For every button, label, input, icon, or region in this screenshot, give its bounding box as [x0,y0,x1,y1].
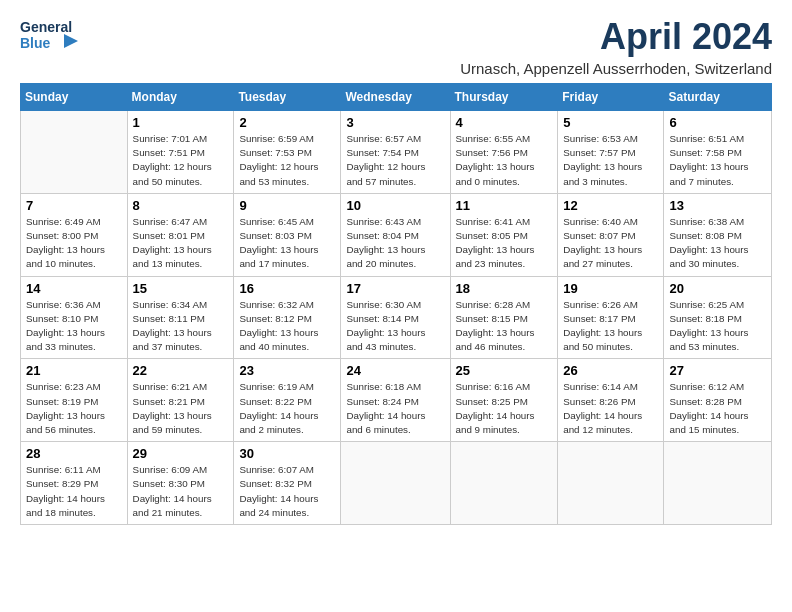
table-row: 11Sunrise: 6:41 AM Sunset: 8:05 PM Dayli… [450,193,558,276]
day-info: Sunrise: 6:34 AM Sunset: 8:11 PM Dayligh… [133,298,229,355]
table-row: 8Sunrise: 6:47 AM Sunset: 8:01 PM Daylig… [127,193,234,276]
day-number: 25 [456,363,553,378]
day-info: Sunrise: 6:55 AM Sunset: 7:56 PM Dayligh… [456,132,553,189]
day-number: 11 [456,198,553,213]
day-number: 10 [346,198,444,213]
day-info: Sunrise: 6:53 AM Sunset: 7:57 PM Dayligh… [563,132,658,189]
col-sunday: Sunday [21,84,128,111]
table-row [450,442,558,525]
month-title: April 2024 [460,16,772,58]
logo-icon: General Blue [20,16,82,58]
day-number: 2 [239,115,335,130]
day-info: Sunrise: 6:21 AM Sunset: 8:21 PM Dayligh… [133,380,229,437]
day-info: Sunrise: 6:32 AM Sunset: 8:12 PM Dayligh… [239,298,335,355]
day-info: Sunrise: 6:23 AM Sunset: 8:19 PM Dayligh… [26,380,122,437]
day-info: Sunrise: 6:45 AM Sunset: 8:03 PM Dayligh… [239,215,335,272]
table-row: 10Sunrise: 6:43 AM Sunset: 8:04 PM Dayli… [341,193,450,276]
day-info: Sunrise: 6:40 AM Sunset: 8:07 PM Dayligh… [563,215,658,272]
col-tuesday: Tuesday [234,84,341,111]
table-row: 12Sunrise: 6:40 AM Sunset: 8:07 PM Dayli… [558,193,664,276]
day-number: 3 [346,115,444,130]
table-row [664,442,772,525]
day-info: Sunrise: 7:01 AM Sunset: 7:51 PM Dayligh… [133,132,229,189]
day-number: 13 [669,198,766,213]
table-row: 2Sunrise: 6:59 AM Sunset: 7:53 PM Daylig… [234,111,341,194]
day-number: 1 [133,115,229,130]
table-row: 23Sunrise: 6:19 AM Sunset: 8:22 PM Dayli… [234,359,341,442]
day-number: 15 [133,281,229,296]
day-info: Sunrise: 6:19 AM Sunset: 8:22 PM Dayligh… [239,380,335,437]
table-row [21,111,128,194]
title-section: April 2024 Urnasch, Appenzell Ausserrhod… [460,16,772,77]
day-info: Sunrise: 6:41 AM Sunset: 8:05 PM Dayligh… [456,215,553,272]
day-info: Sunrise: 6:25 AM Sunset: 8:18 PM Dayligh… [669,298,766,355]
day-info: Sunrise: 6:07 AM Sunset: 8:32 PM Dayligh… [239,463,335,520]
table-row: 15Sunrise: 6:34 AM Sunset: 8:11 PM Dayli… [127,276,234,359]
day-number: 16 [239,281,335,296]
day-number: 12 [563,198,658,213]
calendar-week-row: 1Sunrise: 7:01 AM Sunset: 7:51 PM Daylig… [21,111,772,194]
page: General Blue April 2024 Urnasch, Appenze… [0,0,792,535]
day-info: Sunrise: 6:59 AM Sunset: 7:53 PM Dayligh… [239,132,335,189]
day-info: Sunrise: 6:18 AM Sunset: 8:24 PM Dayligh… [346,380,444,437]
col-wednesday: Wednesday [341,84,450,111]
calendar-header-row: Sunday Monday Tuesday Wednesday Thursday… [21,84,772,111]
table-row: 16Sunrise: 6:32 AM Sunset: 8:12 PM Dayli… [234,276,341,359]
svg-text:Blue: Blue [20,35,51,51]
calendar-week-row: 28Sunrise: 6:11 AM Sunset: 8:29 PM Dayli… [21,442,772,525]
day-number: 5 [563,115,658,130]
day-number: 18 [456,281,553,296]
table-row: 14Sunrise: 6:36 AM Sunset: 8:10 PM Dayli… [21,276,128,359]
table-row: 20Sunrise: 6:25 AM Sunset: 8:18 PM Dayli… [664,276,772,359]
col-friday: Friday [558,84,664,111]
day-number: 20 [669,281,766,296]
table-row: 4Sunrise: 6:55 AM Sunset: 7:56 PM Daylig… [450,111,558,194]
table-row: 18Sunrise: 6:28 AM Sunset: 8:15 PM Dayli… [450,276,558,359]
table-row: 9Sunrise: 6:45 AM Sunset: 8:03 PM Daylig… [234,193,341,276]
header: General Blue April 2024 Urnasch, Appenze… [20,16,772,77]
day-info: Sunrise: 6:16 AM Sunset: 8:25 PM Dayligh… [456,380,553,437]
col-thursday: Thursday [450,84,558,111]
day-info: Sunrise: 6:43 AM Sunset: 8:04 PM Dayligh… [346,215,444,272]
subtitle: Urnasch, Appenzell Ausserrhoden, Switzer… [460,60,772,77]
table-row: 21Sunrise: 6:23 AM Sunset: 8:19 PM Dayli… [21,359,128,442]
day-info: Sunrise: 6:51 AM Sunset: 7:58 PM Dayligh… [669,132,766,189]
day-number: 19 [563,281,658,296]
day-number: 17 [346,281,444,296]
table-row: 27Sunrise: 6:12 AM Sunset: 8:28 PM Dayli… [664,359,772,442]
day-number: 30 [239,446,335,461]
day-number: 7 [26,198,122,213]
table-row: 28Sunrise: 6:11 AM Sunset: 8:29 PM Dayli… [21,442,128,525]
day-info: Sunrise: 6:30 AM Sunset: 8:14 PM Dayligh… [346,298,444,355]
day-info: Sunrise: 6:09 AM Sunset: 8:30 PM Dayligh… [133,463,229,520]
table-row [341,442,450,525]
day-number: 8 [133,198,229,213]
table-row: 13Sunrise: 6:38 AM Sunset: 8:08 PM Dayli… [664,193,772,276]
table-row: 30Sunrise: 6:07 AM Sunset: 8:32 PM Dayli… [234,442,341,525]
table-row: 1Sunrise: 7:01 AM Sunset: 7:51 PM Daylig… [127,111,234,194]
day-info: Sunrise: 6:47 AM Sunset: 8:01 PM Dayligh… [133,215,229,272]
calendar-table: Sunday Monday Tuesday Wednesday Thursday… [20,83,772,525]
col-saturday: Saturday [664,84,772,111]
day-number: 21 [26,363,122,378]
svg-text:General: General [20,19,72,35]
table-row: 5Sunrise: 6:53 AM Sunset: 7:57 PM Daylig… [558,111,664,194]
svg-marker-2 [64,34,78,48]
day-info: Sunrise: 6:26 AM Sunset: 8:17 PM Dayligh… [563,298,658,355]
day-number: 27 [669,363,766,378]
day-number: 4 [456,115,553,130]
day-info: Sunrise: 6:11 AM Sunset: 8:29 PM Dayligh… [26,463,122,520]
table-row: 3Sunrise: 6:57 AM Sunset: 7:54 PM Daylig… [341,111,450,194]
day-info: Sunrise: 6:49 AM Sunset: 8:00 PM Dayligh… [26,215,122,272]
table-row: 17Sunrise: 6:30 AM Sunset: 8:14 PM Dayli… [341,276,450,359]
day-number: 29 [133,446,229,461]
day-info: Sunrise: 6:57 AM Sunset: 7:54 PM Dayligh… [346,132,444,189]
col-monday: Monday [127,84,234,111]
table-row: 22Sunrise: 6:21 AM Sunset: 8:21 PM Dayli… [127,359,234,442]
day-info: Sunrise: 6:36 AM Sunset: 8:10 PM Dayligh… [26,298,122,355]
day-number: 9 [239,198,335,213]
table-row: 26Sunrise: 6:14 AM Sunset: 8:26 PM Dayli… [558,359,664,442]
table-row: 7Sunrise: 6:49 AM Sunset: 8:00 PM Daylig… [21,193,128,276]
day-info: Sunrise: 6:14 AM Sunset: 8:26 PM Dayligh… [563,380,658,437]
day-number: 22 [133,363,229,378]
